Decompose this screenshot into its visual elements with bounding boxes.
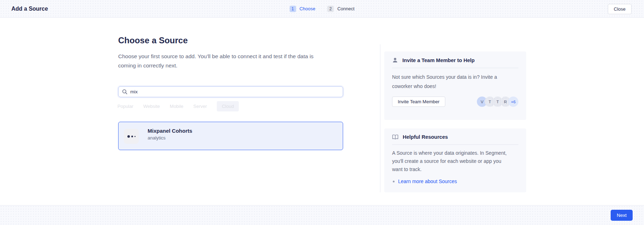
- filter-server[interactable]: Server: [193, 101, 207, 111]
- invite-card-body: Not sure which Sources your data is in? …: [384, 68, 526, 91]
- helpful-resources-card: Helpful Resources A Source is where your…: [384, 128, 526, 192]
- bullet-icon: [393, 181, 395, 182]
- filter-website[interactable]: Website: [143, 101, 160, 111]
- invite-team-member-button[interactable]: Invite Team Member: [392, 97, 445, 107]
- step-2-badge: 2: [327, 6, 334, 12]
- resources-card-title: Helpful Resources: [403, 134, 448, 140]
- step-1-badge: 1: [290, 6, 296, 12]
- resources-card-body: A Source is where your data originates. …: [384, 145, 526, 174]
- page-description: Choose your first source to add. You’ll …: [118, 52, 314, 70]
- source-result-mixpanel-cohorts[interactable]: Mixpanel Cohorts analytics: [118, 122, 343, 150]
- footer-bar: Next: [0, 205, 644, 225]
- resources-card-header: Helpful Resources: [384, 128, 526, 140]
- filter-popular[interactable]: Popular: [117, 101, 133, 111]
- filter-cloud[interactable]: Cloud: [217, 101, 239, 111]
- page-heading: Choose a Source: [118, 35, 188, 45]
- add-source-page: Add a Source 1 Choose 2 Connect Close Ch…: [0, 0, 644, 225]
- source-name: Mixpanel Cohorts: [148, 128, 192, 134]
- learn-more-sources-link[interactable]: Learn more about Sources: [398, 179, 457, 184]
- book-icon: [392, 134, 398, 140]
- avatar-overflow-count: +6: [508, 97, 518, 107]
- team-avatars: V T T R +6: [477, 97, 518, 107]
- invite-card-title: Invite a Team Member to Help: [402, 57, 475, 63]
- source-search[interactable]: [118, 86, 343, 97]
- search-icon: [122, 89, 127, 94]
- filter-mobile[interactable]: Mobile: [170, 101, 183, 111]
- step-2-connect: Connect: [337, 6, 354, 11]
- stepper: 1 Choose 2 Connect: [290, 0, 354, 18]
- search-input[interactable]: [130, 89, 339, 94]
- invite-card-header: Invite a Team Member to Help: [384, 51, 526, 63]
- header-bar: Add a Source 1 Choose 2 Connect Close: [0, 0, 644, 18]
- close-button[interactable]: Close: [608, 4, 632, 14]
- page-title: Add a Source: [11, 0, 48, 18]
- category-filters: Popular Website Mobile Server Cloud: [117, 101, 239, 111]
- description-line-1: Choose your first source to add. You’ll …: [118, 52, 314, 61]
- content-sidebar-divider: [380, 44, 380, 192]
- person-icon: [392, 57, 398, 63]
- step-1-choose[interactable]: Choose: [299, 6, 315, 11]
- description-line-2: coming in correctly next.: [118, 61, 314, 70]
- mixpanel-logo-icon: [124, 129, 139, 144]
- invite-team-card: Invite a Team Member to Help Not sure wh…: [384, 51, 526, 120]
- next-button[interactable]: Next: [611, 210, 633, 221]
- source-category: analytics: [148, 135, 166, 141]
